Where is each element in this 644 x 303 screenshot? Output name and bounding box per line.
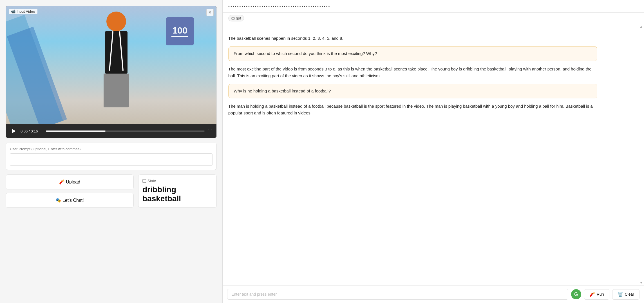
api-key-input[interactable] [228, 4, 638, 8]
clear-button[interactable]: 🗑️ Clear [612, 289, 639, 300]
prompt-input[interactable] [10, 153, 213, 166]
message-3-assistant: The most exciting part of the video is f… [228, 66, 597, 79]
person-pants [104, 74, 129, 107]
prompt-section: User Prompt (Optional, Enter with commas… [6, 143, 217, 170]
video-close-button[interactable]: ✕ [206, 9, 214, 16]
left-buttons: 🧨 Upload 🎭 Let's Chat! [6, 174, 134, 208]
chat-input-row: G 🧨 Run 🗑️ Clear [223, 285, 644, 303]
video-controls: 0:06 / 0:16 [6, 124, 216, 138]
chat-messages[interactable]: The basketball scenes happen in seconds … [223, 29, 644, 280]
score-badge: 100 [166, 17, 194, 45]
grounding-button[interactable]: G [571, 289, 581, 299]
upload-button[interactable]: 🧨 Upload [6, 174, 134, 189]
person-head [106, 12, 126, 31]
fullscreen-button[interactable] [207, 129, 213, 134]
video-icon: 📹 [11, 9, 15, 14]
play-icon [12, 129, 16, 133]
scroll-down-button[interactable]: ▼ [639, 281, 643, 285]
state-box: State dribbling basketball [138, 174, 217, 208]
right-panel: gpt ▲ The basketball scenes happen in se… [222, 0, 644, 303]
gpt-badge: gpt [228, 15, 244, 21]
video-label: 📹 Input Video [9, 9, 37, 14]
video-container: 📹 Input Video ✕ 100 [6, 6, 217, 138]
gpt-icon [231, 17, 235, 20]
chat-input[interactable] [227, 289, 568, 300]
progress-bar[interactable] [46, 131, 205, 132]
person-body [105, 31, 128, 74]
person-figure [104, 12, 129, 107]
svg-rect-2 [232, 17, 234, 19]
clear-icon: 🗑️ [618, 292, 623, 297]
progress-bar-fill [46, 131, 106, 132]
state-icon [142, 179, 146, 183]
state-value: dribbling basketball [142, 185, 213, 203]
gpt-badge-row: gpt [223, 13, 644, 24]
run-button[interactable]: 🧨 Run [584, 289, 609, 300]
video-scene: 100 [6, 6, 216, 124]
bottom-left-row: 🧨 Upload 🎭 Let's Chat! State dribbling b… [6, 174, 217, 208]
message-2-user: From which second to which second do you… [228, 46, 597, 61]
prompt-label: User Prompt (Optional, Enter with commas… [10, 147, 213, 151]
grounding-icon: G [574, 291, 578, 297]
api-key-row [223, 0, 644, 13]
run-icon: 🧨 [589, 292, 595, 297]
play-button[interactable] [10, 127, 18, 135]
scroll-up-button[interactable]: ▲ [639, 25, 643, 28]
time-display: 0:06 / 0:16 [21, 129, 43, 133]
message-4-user: Why is he holding a basketball instead o… [228, 84, 597, 99]
message-5-assistant: The man is holding a basketball instead … [228, 103, 597, 116]
chat-button[interactable]: 🎭 Let's Chat! [6, 193, 134, 208]
state-label: State [142, 179, 213, 183]
left-panel: 📹 Input Video ✕ 100 [0, 0, 222, 303]
message-1-assistant: The basketball scenes happen in seconds … [228, 35, 597, 42]
